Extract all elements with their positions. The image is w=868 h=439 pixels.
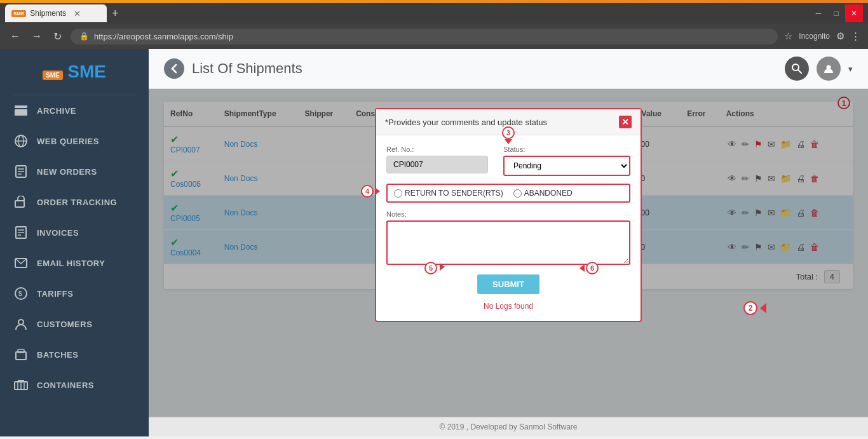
lock-icon: 🔒 <box>79 32 89 41</box>
menu-icon[interactable]: ⋮ <box>851 30 860 42</box>
status-label: Status: <box>503 145 630 153</box>
close-btn[interactable]: ✕ <box>845 4 863 22</box>
sidebar-item-order-tracking[interactable]: ORDER TRACKING <box>0 187 149 217</box>
footer: © 2019 , Developed by Sanmol Software <box>149 417 868 436</box>
tab-favicon: SME <box>11 10 26 17</box>
customers-icon <box>13 318 29 330</box>
sidebar-item-tariffs[interactable]: $ TARIFFS <box>0 278 149 309</box>
sidebar-item-containers[interactable]: CONTAINERS <box>0 370 149 400</box>
logo-text: SME <box>67 62 106 81</box>
tab-close-icon[interactable]: ✕ <box>74 9 81 18</box>
web-queries-icon <box>13 135 29 147</box>
svg-rect-0 <box>15 105 27 108</box>
browser-tab[interactable]: SME Shipments ✕ <box>5 4 107 22</box>
sidebar-label-new-orders: NEW ORDERS <box>37 167 97 177</box>
status-modal: *Provides your comments and update statu… <box>375 108 642 322</box>
radio-rts[interactable] <box>394 189 402 198</box>
sidebar-label-batches: BATCHES <box>37 350 78 360</box>
submit-button[interactable]: SUBMIT <box>477 274 539 294</box>
minimize-btn[interactable]: ─ <box>810 4 827 22</box>
radio-rts-label[interactable]: RETURN TO SENDER(RTS) <box>394 189 503 198</box>
sidebar-item-customers[interactable]: CUSTOMERS <box>0 309 149 339</box>
user-profile-label: Incognito <box>799 32 830 41</box>
forward-nav-btn[interactable]: → <box>29 28 44 44</box>
svg-rect-9 <box>15 201 24 207</box>
svg-rect-24 <box>18 380 24 382</box>
notes-textarea[interactable] <box>386 220 630 265</box>
batches-icon <box>13 348 29 361</box>
sidebar-label-containers: CONTAINERS <box>37 381 94 390</box>
email-history-icon <box>13 257 29 269</box>
address-bar[interactable]: 🔒 https://areopost.sanmolapps.com/ship <box>71 29 778 44</box>
no-logs-text: No Logs found <box>386 302 630 311</box>
svg-rect-19 <box>18 349 24 353</box>
containers-icon <box>13 379 29 391</box>
sidebar-item-batches[interactable]: BATCHES <box>0 339 149 370</box>
back-button[interactable] <box>164 58 184 79</box>
new-orders-icon <box>13 165 29 178</box>
bookmarks-icon[interactable]: ☆ <box>784 30 792 42</box>
modal-header: *Provides your comments and update statu… <box>376 109 641 135</box>
radio-abandoned-label[interactable]: ABANDONED <box>513 189 573 198</box>
sidebar-label-web-queries: WEB QUERIES <box>37 137 99 146</box>
sidebar-label-order-tracking: ORDER TRACKING <box>37 198 117 207</box>
sidebar-label-invoices: INVOICES <box>37 228 79 238</box>
radio-group-rts-abandoned: RETURN TO SENDER(RTS) ABANDONED <box>386 184 630 203</box>
ref-no-label: Ref. No.: <box>386 145 488 153</box>
ref-no-group: Ref. No.: <box>386 145 488 176</box>
tab-title: Shipments <box>30 9 66 18</box>
main-content: List Of Shipments ▾ RefNo ShipmentTy <box>149 49 868 436</box>
new-tab-btn[interactable]: + <box>107 7 124 20</box>
status-group: Status: Pending Processing Delivered Can… <box>503 145 630 176</box>
radio-section: 4 RETURN TO SENDER(RTS) ABAN <box>386 184 630 203</box>
order-tracking-icon <box>13 196 29 208</box>
user-dropdown-icon[interactable]: ▾ <box>848 64 853 74</box>
sidebar: SME SME ARCHIVE WEB QUERIES NEW ORDERS <box>0 49 149 436</box>
notes-group: Notes: <box>386 210 630 267</box>
modal-overlay: *Provides your comments and update statu… <box>149 89 868 417</box>
tariffs-icon: $ <box>13 287 29 300</box>
sidebar-item-new-orders[interactable]: NEW ORDERS <box>0 156 149 187</box>
svg-rect-1 <box>15 109 27 116</box>
user-button[interactable] <box>817 57 841 81</box>
form-row-ref-status: Ref. No.: 3 Status: <box>386 145 630 176</box>
archive-icon <box>13 104 29 117</box>
topbar: List Of Shipments ▾ <box>149 49 868 89</box>
submit-section: 5 SUBMIT 6 <box>386 274 630 294</box>
modal-close-button[interactable]: ✕ <box>619 116 632 128</box>
content-area: RefNo ShipmentType Shipper Consignee Inv… <box>149 89 868 417</box>
modal-body: Ref. No.: 3 Status: <box>376 135 641 321</box>
sidebar-item-email-history[interactable]: EMAIL HISTORY <box>0 248 149 278</box>
browser-menu-actions: ☆ Incognito ⚙ ⋮ <box>784 30 860 42</box>
status-select[interactable]: Pending Processing Delivered Cancelled <box>503 156 630 176</box>
ref-no-input[interactable] <box>386 156 488 173</box>
reload-btn[interactable]: ↻ <box>51 28 64 45</box>
sidebar-item-invoices[interactable]: INVOICES <box>0 217 149 248</box>
svg-text:$: $ <box>18 290 22 297</box>
radio-abandoned[interactable] <box>513 189 522 198</box>
svg-point-17 <box>18 320 24 325</box>
sme-badge: SME <box>43 71 63 80</box>
sidebar-item-web-queries[interactable]: WEB QUERIES <box>0 126 149 156</box>
url-text: https://areopost.sanmolapps.com/ship <box>94 32 233 41</box>
sidebar-label-archive: ARCHIVE <box>37 106 76 116</box>
sidebar-item-archive[interactable]: ARCHIVE <box>0 95 149 126</box>
invoices-icon <box>13 226 29 239</box>
svg-line-26 <box>798 70 801 73</box>
extensions-icon[interactable]: ⚙ <box>836 30 844 42</box>
topbar-actions: ▾ <box>785 57 853 81</box>
modal-title: *Provides your comments and update statu… <box>385 118 547 127</box>
svg-rect-18 <box>16 352 26 360</box>
sidebar-logo: SME SME <box>0 49 149 95</box>
maximize-btn[interactable]: □ <box>827 4 845 22</box>
page-title: List Of Shipments <box>192 60 777 77</box>
sidebar-label-tariffs: TARIFFS <box>37 289 73 299</box>
sidebar-label-customers: CUSTOMERS <box>37 320 92 329</box>
search-button[interactable] <box>785 57 809 81</box>
sidebar-label-email-history: EMAIL HISTORY <box>37 259 105 268</box>
back-nav-btn[interactable]: ← <box>8 28 23 44</box>
footer-text: © 2019 , Developed by Sanmol Software <box>440 422 578 431</box>
notes-label: Notes: <box>386 210 630 218</box>
